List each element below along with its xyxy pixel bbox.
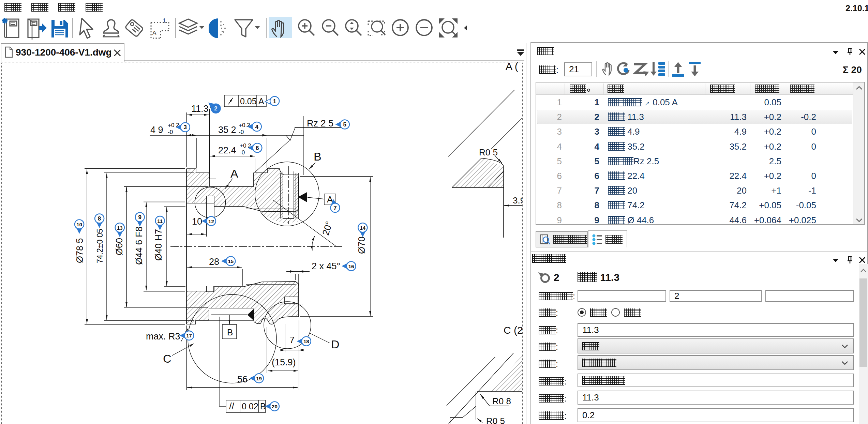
- svg-text:20°: 20°: [320, 220, 334, 237]
- svg-text:Ø60: Ø60: [114, 238, 124, 255]
- svg-text:13: 13: [117, 225, 123, 231]
- svg-text:2 x 45°: 2 x 45°: [312, 261, 340, 271]
- svg-text:B: B: [314, 150, 321, 163]
- svg-text:56: 56: [237, 374, 248, 384]
- svg-text:3: 3: [184, 124, 187, 131]
- svg-text:15: 15: [228, 258, 234, 264]
- svg-text:1: 1: [163, 17, 166, 24]
- svg-text:+0.2: +0.2: [239, 122, 250, 128]
- svg-text:C (2: C (2: [504, 324, 522, 336]
- svg-text:(15.9): (15.9): [272, 357, 296, 367]
- svg-text:35 2: 35 2: [218, 125, 236, 135]
- svg-text:20: 20: [272, 404, 278, 409]
- svg-text:A: A: [258, 96, 264, 106]
- svg-text:18: 18: [303, 338, 309, 344]
- svg-text:8: 8: [98, 215, 101, 222]
- svg-text:5: 5: [343, 121, 346, 128]
- svg-text:74.2±0 05: 74.2±0 05: [95, 229, 104, 263]
- svg-text:Ø40 H7: Ø40 H7: [153, 229, 164, 261]
- svg-text:-0: -0: [240, 149, 245, 156]
- svg-text:Rz 2 5: Rz 2 5: [307, 118, 333, 128]
- svg-text://: //: [229, 401, 235, 411]
- svg-text:10: 10: [192, 216, 202, 227]
- svg-text:Ø44 6 F8: Ø44 6 F8: [134, 226, 144, 265]
- svg-text:17: 17: [186, 333, 192, 338]
- svg-text:-0: -0: [168, 129, 173, 135]
- svg-text:1: 1: [273, 98, 276, 105]
- svg-text:A: A: [230, 167, 238, 180]
- svg-text:3.9: 3.9: [513, 195, 522, 206]
- svg-text:22.4: 22.4: [218, 145, 236, 155]
- svg-text:12: 12: [208, 218, 214, 224]
- svg-text:4: 4: [255, 124, 258, 130]
- svg-text:A: A: [152, 30, 156, 36]
- svg-text:Ø70: Ø70: [357, 237, 367, 254]
- svg-text:14: 14: [360, 225, 365, 231]
- svg-text:10: 10: [76, 222, 82, 227]
- svg-text:Ø78 5: Ø78 5: [75, 238, 85, 263]
- svg-text:7: 7: [333, 205, 336, 211]
- svg-text:D: D: [331, 338, 340, 351]
- svg-text:11.3: 11.3: [191, 104, 209, 114]
- svg-text:A (: A (: [506, 62, 518, 72]
- svg-text:9: 9: [138, 214, 141, 221]
- svg-text:C: C: [163, 352, 171, 365]
- svg-text:B: B: [260, 402, 266, 411]
- svg-text:7: 7: [289, 335, 295, 345]
- svg-text:0.05: 0.05: [240, 96, 257, 106]
- svg-text:-0: -0: [239, 129, 244, 135]
- svg-text:4 9: 4 9: [150, 125, 163, 135]
- svg-text:6: 6: [256, 145, 259, 151]
- svg-text:max. R3: max. R3: [146, 331, 180, 342]
- svg-text:19: 19: [256, 376, 262, 381]
- svg-text:28: 28: [209, 257, 219, 267]
- svg-text:B: B: [227, 327, 233, 337]
- svg-text:11: 11: [157, 218, 163, 224]
- svg-text:R0 5: R0 5: [479, 147, 498, 157]
- svg-text:0 02: 0 02: [242, 402, 258, 411]
- svg-text:2: 2: [214, 105, 217, 112]
- svg-text:16: 16: [348, 263, 354, 269]
- svg-text:R0 5: R0 5: [486, 416, 505, 424]
- svg-text:R0 8: R0 8: [492, 396, 511, 406]
